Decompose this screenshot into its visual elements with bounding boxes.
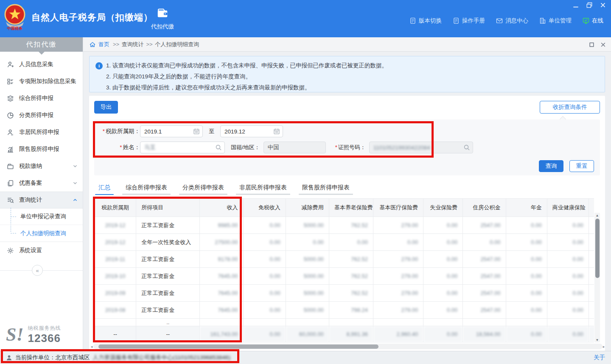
online-label: 在线 [592, 17, 603, 25]
user-icon [6, 355, 12, 361]
id-number-input[interactable]: 110105219930422084 [369, 142, 473, 153]
period-from-input[interactable]: 2019.1 [140, 125, 203, 137]
table-cell: 762.52 [329, 217, 373, 234]
sidebar-item-专项附加扣除信息采集[interactable]: 专项附加扣除信息采集 [0, 73, 83, 90]
horizontal-scrollbar[interactable]: ◂ ▸ [93, 344, 603, 349]
id-number-value: 110105219930422084 [373, 144, 430, 151]
table-cell: 0.00 [589, 285, 594, 302]
scroll-left-icon[interactable]: ◂ [90, 344, 94, 349]
sidebar-collapse-row: « [0, 265, 83, 276]
table-clip: 税款所属期所得项目收入免税收入减除费用基本养老保险费基本医疗保险费失业保险费住房… [94, 198, 594, 344]
document-icon [409, 17, 416, 24]
sidebar-item-查询统计[interactable]: 查询统计 [0, 192, 83, 208]
tab-汇总[interactable]: 汇总 [95, 182, 114, 196]
breadcrumb-separator: >> [113, 41, 121, 47]
sidebar-item-优惠备案[interactable]: 优惠备案 [0, 175, 83, 192]
sidebar-subitem-个人扣缴明细查询[interactable]: 个人扣缴明细查询 [0, 225, 83, 242]
header-menu-item[interactable]: 操作手册 [453, 17, 485, 25]
sidebar-item-综合所得申报[interactable]: 综合所得申报 [0, 90, 83, 107]
table-row[interactable]: 2019-11正常工资薪金9178.000.005000.00762.52279… [95, 251, 594, 268]
sidebar-item-人员信息采集[interactable]: 人员信息采集 [0, 56, 83, 73]
table-row[interactable]: 2019-08正常工资薪金7645.000.005000.00798.24279… [95, 302, 594, 319]
search-icon[interactable] [215, 144, 222, 151]
tab-非居民所得申报表[interactable]: 非居民所得申报表 [236, 182, 290, 196]
current-unit-redacted: 人力资源服务有限公司服务中心(11010521396853846) [93, 354, 231, 361]
breadcrumb-item: 查询统计 [122, 41, 144, 47]
sidebar-item-label: 非居民所得申报 [19, 128, 78, 136]
sidebar-item-非居民所得申报[interactable]: 非居民所得申报 [0, 124, 83, 141]
calendar-icon[interactable] [193, 128, 200, 135]
scroll-up-icon[interactable]: ▲ [594, 213, 600, 218]
scroll-down-icon[interactable]: ▼ [594, 337, 600, 342]
close-icon[interactable] [599, 2, 607, 8]
restore-icon[interactable] [586, 2, 593, 8]
tab-限售股所得申报表[interactable]: 限售股所得申报表 [299, 182, 353, 196]
sidebar-subitem-单位申报记录查询[interactable]: 单位申报记录查询 [0, 208, 83, 225]
breadcrumb-home[interactable]: 首页 [98, 41, 109, 48]
name-input[interactable]: 马某 [140, 142, 225, 153]
pie-chart-icon [7, 112, 14, 119]
scroll-right-icon[interactable]: ▸ [602, 344, 606, 349]
main-area: 首页 >> 查询统计 >> 个人扣缴明细查询 i1. 该查询统计表仅能查询已申报… [83, 37, 611, 351]
sidebar-collapse-button[interactable]: « [32, 265, 43, 276]
column-header-商业健康保险: 商业健康保险 [547, 199, 589, 217]
tab-withholding[interactable]: 代扣代缴 [148, 7, 177, 31]
reset-button[interactable]: 重置 [569, 160, 594, 172]
table-cell: 0.00 [506, 234, 547, 251]
sidebar-item-label: 人员信息采集 [19, 61, 78, 68]
table-cell: 0.00 [423, 217, 463, 234]
table-cell: 9985.00 [200, 217, 243, 234]
table-cell [243, 319, 286, 326]
result-tabs: 汇总综合所得申报表分类所得申报表非居民所得申报表限售股所得申报表 [94, 182, 600, 196]
table-cell: 0.00 [423, 285, 463, 302]
table-row[interactable]: 2019-12全年一次性奖金收入27500.000.000.000.000.00… [95, 234, 594, 251]
top-tab-label: 代扣代缴 [148, 23, 177, 31]
period-to-input[interactable]: 2019.12 [220, 125, 283, 137]
notice-text: 2. 只能查询2019年及之后的数据，不能进行跨年度查询。 [106, 72, 251, 81]
brand: 中国税务 自然人电子税务局（扣缴端） [3, 3, 153, 31]
table-cell: 762.52 [329, 285, 373, 302]
table-cell: 762.52 [329, 268, 373, 285]
period-row: *税款所属期： 2019.1 至 2019.12 [94, 125, 283, 137]
document-icon [453, 17, 460, 24]
totals-cell: 18,564.00 [463, 326, 506, 342]
search-icon[interactable] [463, 144, 470, 151]
sidebar-item-税款缴纳[interactable]: 税款缴纳 [0, 158, 83, 175]
sidebar-item-限售股所得申报[interactable]: 限售股所得申报 [0, 141, 83, 158]
panel-maximize-icon[interactable] [589, 42, 594, 47]
period-label: *税款所属期： [94, 128, 140, 135]
vertical-scroll-thumb[interactable] [595, 219, 600, 278]
table-cell: 0.00 [423, 251, 463, 268]
totals-cell: 60,000.00 [286, 326, 329, 342]
sidebar-item-系统设置[interactable]: 系统设置 [0, 242, 83, 259]
form-notch [560, 116, 566, 123]
sidebar-item-分类所得申报[interactable]: 分类所得申报 [0, 107, 83, 124]
table-cell: 2019-09 [95, 285, 136, 302]
table-cell: 279.00 [373, 285, 423, 302]
search-button[interactable]: 查询 [539, 160, 563, 172]
header-menu-item[interactable]: 消息中心 [496, 17, 528, 25]
chevron-up-icon [73, 197, 78, 203]
calendar-icon[interactable] [273, 128, 280, 135]
hotline-block: S! 纳税服务热线 12366 [6, 325, 61, 345]
breadcrumb-item: 个人扣缴明细查询 [155, 41, 199, 47]
minimize-icon[interactable] [572, 2, 580, 8]
table-cell: 798.24 [329, 302, 373, 319]
export-button[interactable]: 导出 [94, 101, 118, 114]
panel-close-icon[interactable] [600, 42, 606, 47]
horizontal-scroll-thumb[interactable] [98, 345, 378, 349]
about-link[interactable]: 关于 [594, 354, 605, 361]
table-row[interactable]: 2019-09正常工资薪金7645.000.005000.00762.52279… [95, 285, 594, 302]
collapse-query-button[interactable]: 收折查询条件 [540, 101, 600, 114]
vertical-scrollbar[interactable]: ▲ ▼ [594, 213, 600, 342]
monitor-check-icon [583, 17, 589, 24]
header-menu-item[interactable]: 单位管理 [539, 17, 572, 25]
tab-综合所得申报表[interactable]: 综合所得申报表 [122, 182, 171, 196]
tab-分类所得申报表[interactable]: 分类所得申报表 [179, 182, 227, 196]
table-cell: 5000.00 [286, 251, 329, 268]
table-row[interactable]: 2019-12正常工资薪金9985.000.005000.00762.52279… [95, 217, 594, 234]
table-row[interactable]: 2019-10正常工资薪金7645.000.005000.00762.52279… [95, 268, 594, 285]
table-cell: 0.00 [243, 268, 286, 285]
table-cell: 279.00 [373, 217, 423, 234]
header-menu-item[interactable]: 版本切换 [409, 17, 442, 25]
